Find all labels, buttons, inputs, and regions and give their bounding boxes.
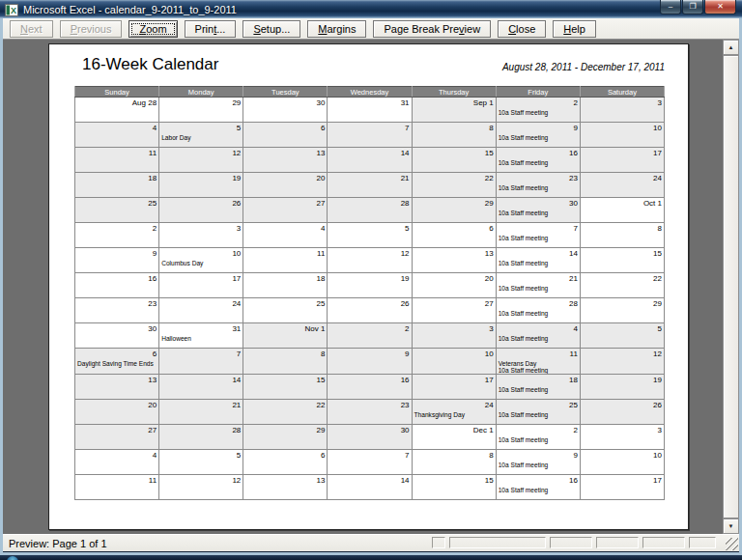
calendar-day-cell: 18 [75,173,159,198]
toolbar-button-margins[interactable]: Margins [307,20,366,38]
calendar-day-cell: 15 [412,148,496,173]
day-number: Oct 1 [581,198,664,208]
day-number: 6 [75,349,158,358]
calendar-day-cell: 27 [412,298,496,323]
day-number: 22 [581,273,664,283]
calendar-day-cell: 16 [328,375,412,400]
day-number: 26 [159,198,243,208]
calendar-day-cell: 13 [243,475,328,500]
day-number: 10 [413,349,496,358]
day-number: 5 [581,323,664,333]
day-number: 25 [75,198,158,208]
day-number: 7 [328,450,411,460]
calendar-day-cell: 28 [159,425,243,450]
day-number: 15 [581,248,664,258]
day-number: 18 [75,173,158,182]
day-number: 19 [159,173,243,182]
toolbar-button-next[interactable]: Next [10,20,53,38]
calendar-day-cell: 16 [75,273,159,298]
start-orb-icon [7,556,18,560]
calendar-day-cell: 20 [412,273,496,298]
resize-grip[interactable] [726,538,738,550]
toolbar-button-page-break-preview[interactable]: Page Break Preview [373,20,491,38]
calendar-day-cell: 30 [328,425,412,450]
day-number: 12 [159,475,243,485]
scroll-up-icon: ▲ [728,44,734,50]
minimize-button[interactable]: – [660,0,681,14]
day-number: 27 [243,198,327,208]
day-number: 3 [413,323,496,333]
toolbar-button-close[interactable]: Close [498,20,546,38]
day-number: 17 [413,375,496,384]
calendar-day-cell: 5 [328,223,412,248]
calendar-week-row: 3031HalloweenNov 123410a Staff meeting5 [75,323,665,349]
calendar-day-cell: 17 [159,273,243,298]
day-number: 2 [497,425,580,434]
calendar-day-cell: 13 [243,148,328,173]
toolbar-button-help[interactable]: Help [553,20,596,38]
calendar-day-cell: 8 [243,349,328,375]
scrollbar-thumb[interactable] [723,55,739,518]
window-title: Microsoft Excel - calendar_9-2011_to_9-2… [23,4,237,15]
calendar-day-cell: 11 [75,475,159,500]
svg-text:X: X [11,6,16,15]
calendar-day-cell: 710a Staff meeting [496,223,580,248]
calendar-day-cell: 4 [243,223,328,248]
calendar-day-cell: 12 [328,248,412,273]
scroll-up-button[interactable]: ▲ [723,40,739,55]
calendar-day-cell: 9 [75,248,159,273]
status-bar: Preview: Page 1 of 1 [3,534,739,551]
toolbar-button-previous[interactable]: Previous [60,20,123,38]
calendar-day-cell: 3010a Staff meeting [496,198,580,223]
status-panes [432,537,716,548]
calendar-day-cell: 30 [75,323,159,349]
calendar-day-cell: 10 [580,123,664,148]
maximize-button[interactable]: ❐ [682,0,703,14]
day-number: 19 [328,273,411,283]
day-number: 7 [159,349,243,358]
day-number: 29 [159,98,243,107]
calendar-day-cell: 4 [75,450,159,475]
calendar-day-cell: 5 [580,323,664,349]
toolbar-button-print[interactable]: Print... [185,20,237,38]
calendar-day-cell: 15 [243,375,328,400]
event-label: 10a Staff meeting [497,310,580,317]
day-number: 10 [159,248,243,258]
day-number: 5 [159,123,243,132]
day-number: 17 [581,148,664,157]
day-number: 3 [581,98,664,107]
event-label: 10a Staff meeting [497,109,580,116]
calendar-day-cell: 22 [243,400,328,425]
scroll-down-button[interactable]: ▼ [723,518,739,534]
calendar-day-cell: 2310a Staff meeting [496,173,580,198]
calendar-day-cell: 210a Staff meeting [496,98,580,123]
calendar-day-cell: 7 [328,450,412,475]
close-window-button[interactable]: ✕ [704,0,736,14]
day-number: 6 [243,450,327,460]
day-number: 15 [243,375,327,384]
day-header-monday: Monday [159,87,243,98]
event-label: Thanksgiving Day [413,411,496,418]
calendar-week-row: Aug 28293031Sep 1210a Staff meeting3 [75,98,665,123]
calendar-day-cell: 6 [243,123,328,148]
event-label: 10a Staff meeting [497,134,580,141]
day-header-thursday: Thursday [412,87,496,98]
vertical-scrollbar[interactable]: ▲ ▼ [723,40,739,534]
preview-page[interactable]: 16-Week Calendar August 28, 2011 - Decem… [48,43,689,530]
day-header-wednesday: Wednesday [328,87,412,98]
excel-app-icon: X [5,3,18,15]
toolbar-button-zoom[interactable]: Zoom [128,20,177,38]
calendar-day-cell: 28 [328,198,412,223]
day-number: 24 [159,298,243,308]
calendar-day-cell: 10 [580,450,664,475]
event-label: 10a Staff meeting [497,386,580,393]
status-pane [642,537,685,548]
calendar-day-cell: 17 [412,375,496,400]
day-number: 29 [243,425,327,434]
event-label: 10a Staff meeting [497,285,580,292]
window-controls: – ❐ ✕ [660,0,736,14]
calendar-day-cell: 15 [580,248,664,273]
toolbar-button-setup[interactable]: Setup... [243,20,300,38]
calendar-day-cell: 210a Staff meeting [496,425,580,450]
calendar-day-cell: 7 [328,123,412,148]
